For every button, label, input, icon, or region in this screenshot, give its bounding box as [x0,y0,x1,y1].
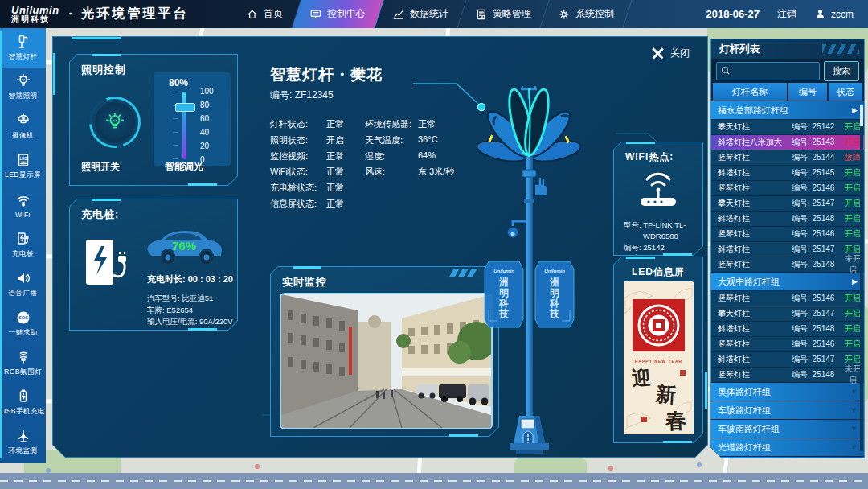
sidebar-item-lamp-pole[interactable]: 智慧灯杆 [0,28,46,68]
scale-tick-label: 80 [200,101,214,109]
close-button[interactable]: 关闭 [652,47,690,60]
lighting-control-box: 照明控制 照明开关 80% 10080 [69,54,238,186]
monitor-icon [309,8,322,21]
logout-button[interactable]: 注销 [777,7,796,21]
lamp-row[interactable]: 斜塔灯柱 编号: 25148 开启 [711,321,864,336]
gear-icon [558,8,571,21]
poster-seal [641,417,647,422]
lamp-list-panel: 灯杆列表 搜索 灯杆名称 编号 状态 福永总部路灯杆组 ▶ 攀天灯柱 编号: 2… [710,39,865,458]
lamp-row[interactable]: 竖琴灯柱 编号: 25146 开启 [711,290,864,306]
usb-icon [15,388,31,405]
chart-icon [392,8,405,21]
status-row: 监控视频: 正常 [270,150,308,162]
chevron-down-icon: ▼ [850,425,858,433]
lamp-row[interactable]: 竖琴灯柱 编号: 25146 开启 [711,180,864,195]
lamp-row[interactable]: 攀天灯柱 编号: 25147 开启 [711,306,864,321]
accent-bar [72,37,121,39]
lamp-row[interactable]: 斜塔灯柱 编号: 25145 开启 [711,165,864,180]
status-row: 天气温度: 36°C [365,134,403,146]
sidebar-item-speaker[interactable]: 语音广播 [0,265,46,304]
user-menu[interactable]: zccm [814,8,854,20]
left-sidebar: 智慧灯杆 智慧照明 摄像机 LED LED显示屏 WiFi 充电桩 语音广播 S… [0,28,46,463]
lighting-switch-label: 照明开关 [81,160,120,174]
lamp-row[interactable]: 竖琴灯柱 编号: 25146 开启 [711,226,864,241]
main-nav: 首页 控制中心 数据统计 策略管理 系统控制 [233,0,628,28]
car-icon: 76% [142,222,226,265]
sidebar-item-wind[interactable]: 环境监测 [0,422,46,462]
led-title: LED信息屏 [632,265,685,279]
lamp-group-header[interactable]: 福永总部路灯杆组 ▶ [711,101,864,119]
sidebar-item-camera[interactable]: 摄像机 [0,107,46,146]
brand: Unilumin 洲明科技 ・ 光环境管理平台 [0,5,189,23]
nav-gear[interactable]: 系统控制 [540,0,632,28]
search-icon [721,66,731,76]
close-icon [652,47,664,60]
charging-box: 充电桩: 76% 充电时长: 00 : [69,199,238,331]
poster-seal [680,370,686,376]
accent-bar [53,53,55,95]
nav-doc[interactable]: 策略管理 [457,0,549,28]
sos-icon: SOS [15,310,31,326]
lamp-group-header[interactable]: 车陂路灯杆组 ▼ [711,401,864,419]
brand-cn: 洲明科技 [11,15,59,23]
sidebar-item-rgb-light[interactable]: RGB氛围灯 [0,343,46,383]
sidebar-item-charger[interactable]: 充电桩 [0,225,46,265]
sidebar-item-wifi[interactable]: WiFi [0,186,46,225]
top-header: Unilumin 洲明科技 ・ 光环境管理平台 首页 控制中心 数据统计 策略管… [0,0,868,28]
dimmer-track[interactable] [182,92,186,159]
chevron-right-icon: ▶ [852,277,858,286]
dimmer-label: 智能调光 [165,160,203,174]
status-row: 充电桩状态: 正常 [270,182,317,194]
lamp-row[interactable]: 攀天灯柱 编号: 25147 开启 [711,195,864,211]
lamp-row[interactable]: 竖琴灯柱 编号: 25144 故障 [711,150,864,165]
pole-code: 编号: ZF12345 [270,88,334,102]
led-poster: HAPPY NEW YEAR 迎 新 春 [624,281,694,434]
wifi-model-2: WDR6500 [624,231,686,242]
lamp-row[interactable]: 竖琴灯柱 编号: 25148 未开启 [711,367,864,382]
charging-title: 充电桩: [81,208,119,222]
scrollbar[interactable] [860,105,863,451]
chevron-down-icon: ▼ [850,406,858,414]
accent-bar [705,372,707,409]
header-date: 2018-06-27 [706,8,760,20]
wifi-title: WiFi热点: [625,150,674,164]
wifi-icon [15,192,31,208]
lamp-row[interactable]: 斜塔灯柱八米加大 编号: 25143 开启 [711,134,864,150]
home-icon [246,8,259,21]
lamp-row[interactable]: 竖琴灯柱 编号: 25148 未开启 [711,257,864,272]
wifi-hotspot-box: WiFi热点: 型号: TP-LINK TL- WDR6500 编号: 2514… [613,142,703,256]
poster-char-chun: 春 [665,406,687,434]
col-header-status: 状态 [829,83,862,101]
dimmer-slider: 80% 100806040200 [154,72,231,166]
dimmer-handle[interactable] [175,103,195,112]
sidebar-item-bulb[interactable]: 智慧照明 [0,68,46,107]
nav-home[interactable]: 首页 [228,0,301,28]
status-row: 信息屏状态: 正常 [270,198,317,210]
sidebar-item-sos[interactable]: SOS 一键求助 [0,304,46,343]
doc-icon [475,8,488,21]
lamp-row[interactable]: 斜塔灯柱 编号: 25148 开启 [711,211,864,226]
sidebar-item-usb[interactable]: USB手机充电 [0,383,46,422]
status-row: 照明状态: 开启 [270,134,308,146]
lamp-row[interactable]: 竖琴灯柱 编号: 25146 开启 [711,336,864,351]
led-screen-icon: LED [15,152,31,168]
svg-text:洲明科技: 洲明科技 [549,277,559,319]
brand-separator: ・ [65,7,76,22]
status-row: WiFi状态: 正常 [270,166,308,178]
nav-chart[interactable]: 数据统计 [375,0,466,28]
sidebar-item-led-screen[interactable]: LED LED显示屏 [0,146,46,186]
dimmer-value: 80% [154,77,203,88]
status-row: 风速: 东 3米/秒 [365,166,385,178]
lighting-switch-button[interactable] [89,97,141,148]
lamp-group-header[interactable]: 光谱路灯杆组 ▼ [711,438,864,456]
lamp-group-header[interactable]: 车陂南路灯杆组 ▼ [711,420,864,438]
wind-icon [15,428,31,444]
poster-char-ying: 迎 [630,364,652,392]
nav-monitor[interactable]: 控制中心 [292,0,383,28]
scrollbar-thumb[interactable] [860,105,863,126]
bulb-icon [104,112,125,133]
search-button[interactable]: 搜索 [824,61,859,81]
lamp-row[interactable]: 攀天灯柱 编号: 25142 开启 [711,119,864,134]
car-plate: 车牌: E52654 [147,305,233,317]
search-input[interactable] [716,62,820,80]
